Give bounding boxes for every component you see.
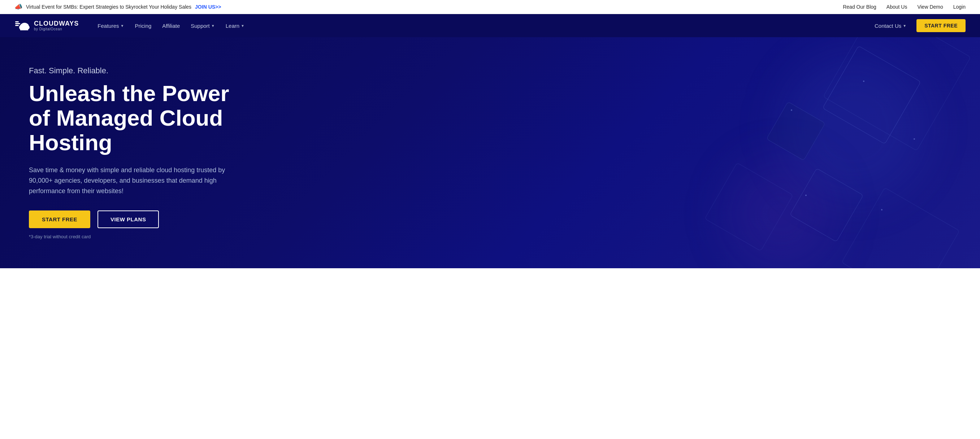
announcement-text: Virtual Event for SMBs: Expert Strategie… (26, 4, 191, 10)
main-nav: CLOUDWAYS by DigitalOcean Features ▼ Pri… (0, 14, 980, 37)
svg-rect-2 (15, 25, 19, 26)
nav-affiliate[interactable]: Affiliate (158, 20, 184, 32)
svg-rect-6 (20, 28, 28, 30)
megaphone-icon: 📣 (14, 3, 22, 11)
about-us-link[interactable]: About Us (886, 4, 907, 10)
hex-shape-6 (705, 162, 793, 251)
nav-features[interactable]: Features ▼ (93, 20, 128, 32)
chevron-down-icon: ▼ (211, 24, 215, 28)
dot-decoration (881, 209, 883, 210)
hero-background (441, 37, 980, 268)
svg-rect-1 (15, 23, 20, 24)
hex-shape-5 (766, 102, 826, 161)
chevron-down-icon: ▼ (903, 24, 906, 28)
logo-sub-text: by DigitalOcean (34, 27, 79, 31)
nav-support[interactable]: Support ▼ (186, 20, 219, 32)
cloudways-logo-icon (14, 19, 30, 32)
nav-links: Features ▼ Pricing Affiliate Support ▼ L… (93, 20, 249, 32)
hex-shape-4 (842, 188, 960, 268)
hero-section: Fast. Simple. Reliable. Unleash the Powe… (0, 37, 980, 268)
chevron-down-icon: ▼ (241, 24, 245, 28)
contact-us-link[interactable]: Contact Us ▼ (870, 20, 911, 32)
hero-tagline: Fast. Simple. Reliable. (29, 66, 245, 75)
trial-note: *3-day trial without credit card (29, 234, 245, 239)
login-link[interactable]: Login (953, 4, 966, 10)
view-demo-link[interactable]: View Demo (917, 4, 943, 10)
nav-left: CLOUDWAYS by DigitalOcean Features ▼ Pri… (14, 19, 249, 32)
dot-decoration (913, 138, 915, 140)
svg-rect-0 (15, 21, 19, 22)
dot-decoration (863, 81, 864, 82)
top-bar-left: 📣 Virtual Event for SMBs: Expert Strateg… (14, 3, 221, 11)
start-free-nav-button[interactable]: START FREE (916, 19, 966, 32)
hero-description: Save time & money with simple and reliab… (29, 165, 231, 196)
hero-content: Fast. Simple. Reliable. Unleash the Powe… (29, 66, 245, 240)
nav-learn[interactable]: Learn ▼ (221, 20, 249, 32)
logo[interactable]: CLOUDWAYS by DigitalOcean (14, 19, 79, 32)
nav-pricing[interactable]: Pricing (130, 20, 156, 32)
read-our-blog-link[interactable]: Read Our Blog (843, 4, 877, 10)
logo-text: CLOUDWAYS by DigitalOcean (34, 20, 79, 32)
nav-right: Contact Us ▼ START FREE (870, 19, 966, 32)
join-link[interactable]: JOIN US>> (195, 4, 221, 10)
chevron-down-icon: ▼ (121, 24, 124, 28)
hero-buttons: START FREE VIEW PLANS (29, 210, 245, 228)
top-bar-right: Read Our Blog About Us View Demo Login (843, 4, 966, 10)
top-bar: 📣 Virtual Event for SMBs: Expert Strateg… (0, 0, 980, 14)
hex-shape-3 (790, 168, 864, 242)
logo-cloudways-text: CLOUDWAYS (34, 20, 79, 27)
hex-shape-1 (822, 46, 921, 144)
hex-shape-2 (823, 37, 971, 151)
dot-decoration (791, 110, 792, 111)
hero-title: Unleash the Power of Managed Cloud Hosti… (29, 81, 245, 155)
view-plans-button[interactable]: VIEW PLANS (97, 210, 159, 228)
start-free-hero-button[interactable]: START FREE (29, 210, 90, 228)
dot-decoration (805, 195, 807, 196)
glow-blob-1 (781, 55, 926, 200)
glow-blob-2 (727, 160, 835, 268)
